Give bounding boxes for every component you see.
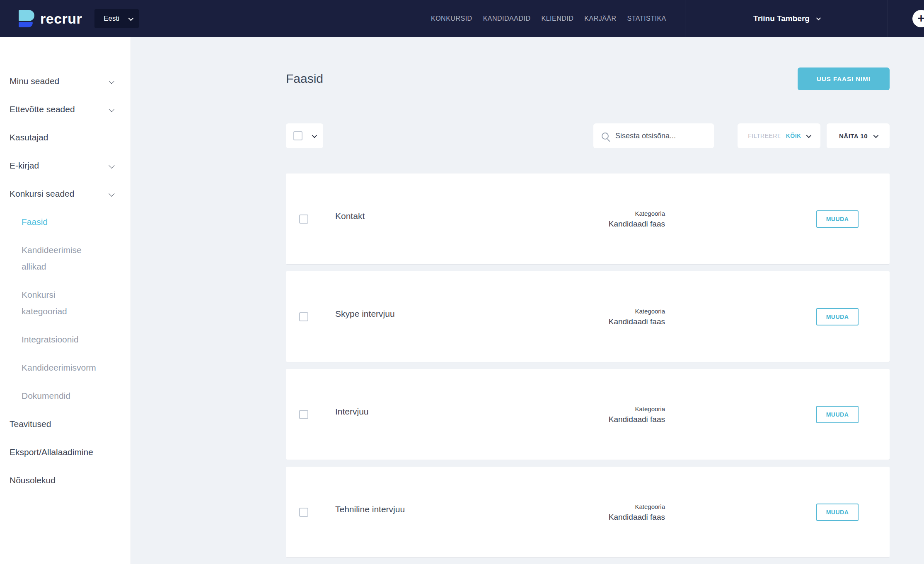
language-selector[interactable]: Eesti bbox=[94, 9, 139, 28]
page-size-dropdown[interactable]: NÄITA 10 bbox=[827, 123, 890, 148]
filter-value: KÕIK bbox=[786, 133, 801, 139]
edit-button[interactable]: MUUDA bbox=[816, 406, 859, 423]
top-nav-item-konkursid[interactable]: KONKURSID bbox=[431, 15, 472, 22]
settings-sidebar: Minu seaded Ettevõtte seaded Kasutajad E… bbox=[0, 37, 131, 564]
top-header: recrur Eesti KONKURSIDKANDIDAADIDKLIENDI… bbox=[0, 0, 924, 37]
sidebar-item-konkursi-kategooriad[interactable]: Konkursi kategooriad bbox=[0, 287, 131, 320]
select-all-checkbox[interactable] bbox=[293, 131, 302, 140]
sidebar-item-label: Minu seaded bbox=[10, 73, 59, 89]
category-label: Kategooria bbox=[499, 210, 665, 217]
phase-row: Intervjuu Kategooria Kandidaadi faas MUU… bbox=[286, 369, 890, 460]
user-name: Triinu Tamberg bbox=[753, 14, 810, 23]
sidebar-item-eksport-allalaadimine[interactable]: Eksport/Allalaadimine bbox=[0, 444, 131, 460]
sidebar-item-faasid[interactable]: Faasid bbox=[0, 214, 131, 230]
phase-category-block: Kategooria Kandidaadi faas bbox=[499, 503, 665, 521]
top-nav-item-statistika[interactable]: STATISTIKA bbox=[627, 15, 666, 22]
user-menu[interactable]: Triinu Tamberg bbox=[685, 0, 888, 37]
search-box bbox=[593, 123, 714, 148]
brand-name: recrur bbox=[40, 11, 82, 27]
row-checkbox[interactable] bbox=[299, 508, 308, 517]
page-title: Faasid bbox=[286, 72, 323, 86]
search-icon bbox=[602, 133, 609, 140]
chevron-down-icon bbox=[109, 78, 114, 84]
phase-row: Skype intervjuu Kategooria Kandidaadi fa… bbox=[286, 271, 890, 362]
phase-category-block: Kategooria Kandidaadi faas bbox=[499, 307, 665, 326]
edit-button[interactable]: MUUDA bbox=[816, 504, 859, 521]
top-navigation: KONKURSIDKANDIDAADIDKLIENDIDKARJÄÄRSTATI… bbox=[431, 15, 666, 22]
phase-row: Tehniline intervjuu Kategooria Kandidaad… bbox=[286, 467, 890, 557]
chevron-down-icon bbox=[109, 163, 114, 169]
phase-row: Kontakt Kategooria Kandidaadi faas MUUDA bbox=[286, 174, 890, 264]
edit-button[interactable]: MUUDA bbox=[816, 308, 859, 325]
sidebar-item-label: E-kirjad bbox=[10, 157, 39, 174]
chevron-down-icon bbox=[873, 133, 879, 138]
sidebar-item-kandideerimise-allikad[interactable]: Kandideerimise allikad bbox=[0, 242, 131, 275]
phase-name: Kontakt bbox=[335, 211, 365, 221]
sidebar-item-label: Kandideerimise allikad bbox=[22, 242, 95, 275]
chevron-down-icon bbox=[806, 133, 811, 138]
chevron-down-icon bbox=[109, 106, 114, 112]
sidebar-item-e-kirjad[interactable]: E-kirjad bbox=[0, 157, 131, 174]
top-nav-item-karjäär[interactable]: KARJÄÄR bbox=[584, 15, 616, 22]
phase-name: Skype intervjuu bbox=[335, 309, 395, 319]
phase-category-block: Kategooria Kandidaadi faas bbox=[499, 405, 665, 424]
language-value: Eesti bbox=[104, 14, 119, 23]
sidebar-item-ettevõtte-seaded[interactable]: Ettevõtte seaded bbox=[0, 101, 131, 118]
bulk-select-dropdown[interactable] bbox=[286, 123, 323, 148]
sidebar-item-kasutajad[interactable]: Kasutajad bbox=[0, 129, 131, 146]
phase-list: Kontakt Kategooria Kandidaadi faas MUUDA… bbox=[286, 174, 890, 557]
sidebar-item-label: Integratsioonid bbox=[22, 331, 79, 348]
sidebar-item-dokumendid[interactable]: Dokumendid bbox=[0, 388, 131, 404]
filter-label: FILTREERI: bbox=[748, 133, 781, 139]
edit-button[interactable]: MUUDA bbox=[816, 210, 859, 228]
sidebar-item-nõusolekud[interactable]: Nõusolekud bbox=[0, 472, 131, 489]
category-label: Kategooria bbox=[499, 307, 665, 314]
sidebar-item-label: Faasid bbox=[22, 214, 48, 230]
sidebar-item-label: Konkursi seaded bbox=[10, 186, 74, 202]
search-input[interactable] bbox=[615, 132, 698, 140]
chevron-down-icon bbox=[816, 16, 821, 20]
sidebar-item-label: Konkursi kategooriad bbox=[22, 287, 95, 320]
phase-name: Intervjuu bbox=[335, 407, 369, 417]
chevron-down-icon bbox=[312, 133, 317, 138]
row-checkbox[interactable] bbox=[299, 312, 308, 321]
sidebar-item-label: Kandideerimisvorm bbox=[22, 359, 95, 376]
main-content: Faasid UUS FAASI NIMI FILTREERI: KÕIK NÄ… bbox=[131, 37, 924, 564]
phase-name: Tehniline intervjuu bbox=[335, 504, 405, 514]
category-value: Kandidaadi faas bbox=[499, 317, 665, 326]
top-nav-item-kandidaadid[interactable]: KANDIDAADID bbox=[483, 15, 531, 22]
sidebar-item-kandideerimisvorm[interactable]: Kandideerimisvorm bbox=[0, 359, 131, 376]
brand-logo[interactable]: recrur bbox=[19, 10, 82, 27]
category-label: Kategooria bbox=[499, 503, 665, 510]
sidebar-item-integratsioonid[interactable]: Integratsioonid bbox=[0, 331, 131, 348]
sidebar-item-label: Kasutajad bbox=[10, 129, 48, 146]
sidebar-item-label: Dokumendid bbox=[22, 388, 70, 404]
sidebar-item-label: Nõusolekud bbox=[10, 472, 56, 489]
sidebar-item-label: Eksport/Allalaadimine bbox=[10, 444, 93, 460]
row-checkbox[interactable] bbox=[299, 410, 308, 419]
sidebar-item-konkursi-seaded[interactable]: Konkursi seaded bbox=[0, 186, 131, 202]
page-size-value: NÄITA 10 bbox=[839, 133, 868, 140]
add-button[interactable]: + bbox=[912, 10, 924, 27]
sidebar-item-teavitused[interactable]: Teavitused bbox=[0, 416, 131, 432]
phase-category-block: Kategooria Kandidaadi faas bbox=[499, 210, 665, 228]
chevron-down-icon bbox=[128, 15, 134, 21]
row-checkbox[interactable] bbox=[299, 215, 308, 224]
list-toolbar: FILTREERI: KÕIK NÄITA 10 bbox=[286, 123, 890, 148]
category-value: Kandidaadi faas bbox=[499, 219, 665, 228]
category-value: Kandidaadi faas bbox=[499, 415, 665, 424]
new-phase-button[interactable]: UUS FAASI NIMI bbox=[798, 67, 890, 90]
sidebar-item-label: Ettevõtte seaded bbox=[10, 101, 75, 118]
chevron-down-icon bbox=[109, 191, 114, 197]
category-label: Kategooria bbox=[499, 405, 665, 412]
sidebar-item-label: Teavitused bbox=[10, 416, 51, 432]
filter-dropdown[interactable]: FILTREERI: KÕIK bbox=[738, 123, 820, 148]
category-value: Kandidaadi faas bbox=[499, 512, 665, 521]
top-nav-item-kliendid[interactable]: KLIENDID bbox=[541, 15, 573, 22]
recrur-logo-icon bbox=[19, 10, 34, 27]
plus-icon: + bbox=[917, 12, 924, 24]
sidebar-item-minu-seaded[interactable]: Minu seaded bbox=[0, 73, 131, 89]
